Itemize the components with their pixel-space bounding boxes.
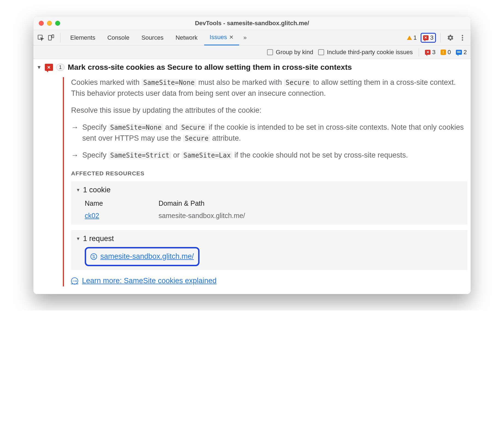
requests-group: ▼ 1 request ⇅ samesite-sandbox.glitch.me… [71,230,467,270]
issue-resolve-intro: Resolve this issue by updating the attri… [71,105,467,116]
requests-group-header[interactable]: ▼ 1 request [76,233,462,244]
col-name: Name [85,198,142,208]
code-samesite-none: SameSite=None [142,79,196,86]
cookies-table: Name Domain & Path ck02 samesite-sandbox… [76,198,462,221]
code-secure: Secure [284,79,311,86]
code-samesite-none: SameSite=None [109,124,163,131]
learn-more-link[interactable]: → Learn more: SameSite cookies explained [71,275,467,286]
more-tabs-icon[interactable]: » [240,33,250,42]
svg-rect-1 [48,35,51,40]
col-domain: Domain & Path [159,198,204,208]
request-url: samesite-sandbox.glitch.me/ [100,251,194,262]
learn-more-icon: → [71,277,78,285]
warning-count: 1 [414,34,417,41]
main-toolbar: Elements Console Sources Network Issues … [33,30,471,45]
arrow-icon: → [71,150,78,161]
request-link[interactable]: ⇅ samesite-sandbox.glitch.me/ [85,247,200,266]
tab-elements[interactable]: Elements [65,30,101,45]
checkbox-icon [318,49,324,55]
code-samesite-strict: SameSite=Strict [109,152,171,159]
checkbox-icon [267,49,273,55]
issues-subbar: Group by kind Include third-party cookie… [33,45,471,59]
expand-icon: ▼ [76,187,80,193]
error-icon: ✕ [423,35,429,40]
tab-console[interactable]: Console [102,30,135,45]
code-secure: Secure [183,135,210,142]
svg-point-3 [462,35,463,36]
subbar-error-count: 3 [432,49,435,56]
device-toggle-icon[interactable] [46,33,56,42]
devtools-window: DevTools - samesite-sandbox.glitch.me/ E… [33,16,471,294]
cookies-group: ▼ 1 cookie Name Domain & Path ck02 sames… [71,181,467,225]
group-by-kind-checkbox[interactable]: Group by kind [267,49,313,56]
error-icon: ✕ [45,64,53,71]
svg-point-5 [462,39,463,40]
subbar-info-count: 0 [448,49,451,56]
group-by-kind-label: Group by kind [276,49,313,56]
code-samesite-lax: SameSite=Lax [182,152,232,159]
window-titlebar: DevTools - samesite-sandbox.glitch.me/ [33,16,471,30]
code-secure: Secure [180,124,207,131]
issue-bullet-2: → Specify SameSite=Strict or SameSite=La… [71,150,467,161]
issue-body: Cookies marked with SameSite=None must a… [63,77,467,286]
issue-header[interactable]: ▼ ✕ 1 Mark cross-site cookies as Secure … [37,63,467,72]
tab-issues[interactable]: Issues ✕ [204,30,239,45]
requests-group-label: 1 request [83,233,114,244]
svg-point-4 [462,37,463,38]
subbar-info-badge[interactable]: ! 0 [441,49,451,56]
cookie-domain: samesite-sandbox.glitch.me/ [159,211,245,221]
cookies-group-header[interactable]: ▼ 1 cookie [76,185,462,196]
issue-count-badge: 1 [56,64,65,71]
warning-count-badge[interactable]: 1 [407,34,417,41]
tab-issues-label: Issues [210,30,227,45]
issue-bullet-1: → Specify SameSite=None and Secure if th… [71,122,467,144]
warning-icon [407,36,412,40]
tab-sources-label: Sources [141,30,163,45]
window-title: DevTools - samesite-sandbox.glitch.me/ [33,20,471,27]
tab-console-label: Console [107,30,130,45]
tab-elements-label: Elements [70,30,95,45]
requests-list: ⇅ samesite-sandbox.glitch.me/ [76,247,462,266]
subbar-message-count: 2 [464,49,467,56]
subbar-separator [419,48,419,56]
cookies-table-header: Name Domain & Path [85,198,462,208]
info-icon: ! [441,50,446,55]
expand-icon: ▼ [37,65,42,70]
issues-panel: ▼ ✕ 1 Mark cross-site cookies as Secure … [33,59,471,294]
tab-network-label: Network [175,30,198,45]
kebab-menu-icon[interactable] [457,34,468,41]
tab-network[interactable]: Network [170,30,203,45]
subbar-message-badge[interactable]: 2 [456,49,467,56]
arrow-icon: → [71,122,78,144]
expand-icon: ▼ [76,236,80,242]
error-icon: ✕ [425,50,430,55]
issue-title: Mark cross-site cookies as Secure to all… [68,63,352,72]
inspect-element-icon[interactable] [36,33,45,42]
issue-description: Cookies marked with SameSite=None must a… [71,77,467,99]
include-third-party-checkbox[interactable]: Include third-party cookie issues [318,49,413,56]
settings-icon[interactable] [445,34,456,41]
table-row: ck02 samesite-sandbox.glitch.me/ [85,211,462,221]
toolbar-separator [440,33,441,42]
network-icon: ⇅ [90,253,97,260]
toolbar-separator [60,33,60,42]
cookies-group-label: 1 cookie [83,185,111,196]
cookie-name-link[interactable]: ck02 [85,212,99,219]
tab-sources[interactable]: Sources [136,30,169,45]
close-tab-icon[interactable]: ✕ [229,30,234,45]
error-count: 3 [430,34,433,41]
svg-rect-2 [52,35,54,38]
include-third-party-label: Include third-party cookie issues [327,49,413,56]
message-icon [456,50,462,55]
affected-resources-heading: AFFECTED RESOURCES [71,169,467,178]
learn-more-label: Learn more: SameSite cookies explained [82,275,216,286]
error-count-badge[interactable]: ✕ 3 [421,33,436,43]
subbar-error-badge[interactable]: ✕ 3 [425,49,435,56]
